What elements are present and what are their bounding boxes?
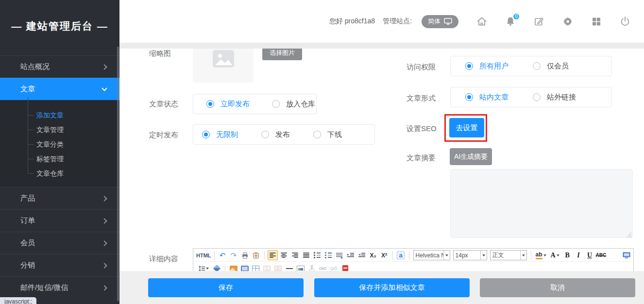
thumbnail-label: 缩略图	[149, 49, 171, 58]
radio-option-publish-now[interactable]: 立即发布	[206, 100, 250, 109]
radio-option-publish[interactable]: 发布	[261, 130, 290, 139]
sidebar-item-articles[interactable]: 文章	[0, 78, 119, 100]
article-form: 缩略图 选择图片 文章状态 立即发布 放入仓库 定时发布 无限制	[119, 49, 644, 271]
link-icon[interactable]	[318, 263, 328, 271]
print-icon[interactable]	[240, 250, 250, 260]
horizontal-rule-icon[interactable]	[284, 263, 294, 271]
font-family-select[interactable]: Helvetica N	[413, 250, 450, 260]
toolbar-separator	[214, 251, 215, 260]
browser-status-tooltip: javascript:;	[0, 297, 36, 304]
radio-label: 所有用户	[479, 62, 508, 71]
pdf-icon[interactable]	[340, 263, 350, 271]
undo-icon[interactable]: ↶	[218, 250, 228, 260]
thumbnail-preview[interactable]	[193, 49, 254, 83]
outdent-icon[interactable]	[357, 250, 367, 260]
align-justify-icon[interactable]	[301, 250, 311, 260]
align-left-icon[interactable]	[268, 250, 278, 260]
settings-gear-icon[interactable]	[562, 16, 573, 27]
submenu-item-add-article[interactable]: 添加文章	[0, 108, 119, 122]
radio-icon[interactable]	[313, 131, 321, 138]
radio-selected-icon[interactable]	[465, 62, 473, 70]
radio-option-members-only[interactable]: 仅会员	[533, 62, 569, 71]
radio-option-offline[interactable]: 下线	[313, 130, 342, 139]
home-icon[interactable]	[476, 16, 487, 27]
line-height-button[interactable]	[196, 263, 211, 271]
sidebar-item-distribution[interactable]: 分销	[0, 254, 119, 276]
submenu-item-article-category[interactable]: 文章分类	[0, 137, 119, 152]
superscript-icon[interactable]: X²	[379, 250, 390, 260]
paste-text-icon[interactable]: T	[251, 250, 261, 260]
anchor-icon[interactable]	[306, 263, 317, 271]
ordered-list-icon[interactable]	[312, 250, 322, 260]
choose-image-button[interactable]: 选择图片	[262, 49, 302, 60]
logout-power-icon[interactable]	[620, 16, 630, 27]
summary-textarea[interactable]	[450, 169, 633, 238]
merge-cells-icon[interactable]	[262, 263, 272, 271]
insert-image-icon[interactable]	[228, 263, 238, 271]
chevron-right-icon	[102, 240, 107, 246]
bold-button[interactable]: B	[562, 250, 573, 260]
edit-compose-icon[interactable]	[534, 16, 544, 27]
subscript-icon[interactable]: X₂	[368, 250, 378, 260]
notifications-bell-icon[interactable]: 0	[505, 16, 516, 27]
admin-page: — 建站管理后台 — 站点概况 文章 添加文章 文章管理 文章分类 标签管理 文…	[0, 0, 644, 304]
submenu-item-article-warehouse[interactable]: 文章仓库	[0, 166, 119, 181]
radio-option-internal-article[interactable]: 站内文章	[465, 93, 508, 102]
radio-option-external-link[interactable]: 站外链接	[533, 93, 576, 102]
seo-setup-button[interactable]: 去设置	[449, 118, 484, 137]
underline-button[interactable]: U	[585, 250, 595, 260]
align-right-icon[interactable]	[290, 250, 300, 260]
format-eraser-icon[interactable]	[212, 263, 222, 271]
sidebar-item-orders[interactable]: 订单	[0, 209, 119, 232]
save-and-add-similar-button[interactable]: 保存并添加相似文章	[314, 278, 470, 297]
unlink-icon[interactable]	[329, 263, 339, 271]
radio-selected-icon[interactable]	[202, 131, 210, 138]
image-placeholder-icon	[212, 50, 235, 68]
save-button[interactable]: 保存	[148, 278, 304, 297]
submenu-item-tag-management[interactable]: 标签管理	[0, 152, 119, 166]
apps-grid-icon[interactable]	[591, 16, 602, 27]
submenu-item-article-management[interactable]: 文章管理	[0, 122, 119, 137]
radio-icon[interactable]	[261, 131, 269, 138]
sidebar-item-members[interactable]: 会员	[0, 232, 119, 254]
italic-button[interactable]: I	[574, 250, 584, 260]
cancel-button[interactable]: 取消	[480, 278, 635, 297]
font-color-button[interactable]: A	[549, 250, 561, 260]
radio-label: 下线	[327, 130, 342, 139]
radio-icon[interactable]	[272, 100, 280, 108]
html-source-button[interactable]: HTML	[196, 250, 211, 260]
screenshot-icon[interactable]	[295, 263, 305, 271]
article-form-label: 文章形式	[407, 93, 436, 103]
radio-selected-icon[interactable]	[465, 93, 473, 101]
access-permission-group: 所有用户 仅会员	[450, 56, 612, 76]
radio-option-to-warehouse[interactable]: 放入仓库	[272, 100, 315, 109]
sidebar-item-mail-sms-wechat[interactable]: 邮件/短信/微信	[0, 276, 119, 299]
sidebar-item-products[interactable]: 产品	[0, 187, 119, 209]
ai-generate-summary-button[interactable]: AI生成摘要	[450, 148, 492, 165]
indent-icon[interactable]	[346, 250, 356, 260]
insert-video-icon[interactable]	[239, 263, 250, 271]
sidebar-scrollbar[interactable]	[117, 47, 119, 301]
strikethrough-button[interactable]: ABC	[596, 250, 607, 260]
radio-label: 发布	[275, 130, 290, 139]
redo-icon[interactable]: ↷	[229, 250, 239, 260]
radio-option-all-users[interactable]: 所有用户	[465, 62, 508, 71]
split-cells-icon[interactable]	[273, 263, 283, 271]
paragraph-format-select[interactable]: 正文	[490, 250, 527, 260]
sidebar-item-site-overview[interactable]: 站点概况	[0, 55, 119, 78]
radio-option-no-limit[interactable]: 无限制	[202, 130, 238, 139]
radio-label: 站外链接	[547, 93, 576, 102]
font-size-select[interactable]: 14px	[453, 250, 487, 260]
unordered-list-icon[interactable]	[323, 250, 334, 260]
svg-text:T: T	[255, 254, 257, 258]
highlight-color-button[interactable]: ab	[534, 250, 548, 260]
align-center-icon[interactable]	[279, 250, 289, 260]
radio-icon[interactable]	[533, 62, 541, 70]
radio-selected-icon[interactable]	[206, 100, 214, 108]
insert-table-icon[interactable]	[251, 263, 261, 271]
radio-icon[interactable]	[533, 93, 541, 101]
fullscreen-icon[interactable]	[621, 250, 631, 260]
first-line-indent-icon[interactable]	[335, 250, 345, 260]
auto-typeset-icon[interactable]: a	[397, 251, 404, 259]
language-site-button[interactable]: 简体	[422, 15, 458, 28]
